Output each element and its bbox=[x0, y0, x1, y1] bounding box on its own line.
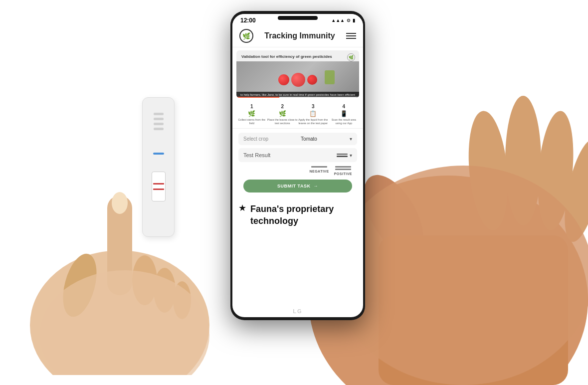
negative-choice[interactable]: NEGATIVE bbox=[309, 166, 329, 176]
phone-device: 12:00 ▲▲▲ ⊙ ▮ 🌿 Tracking Immunity bbox=[230, 11, 365, 320]
app-logo: 🌿 bbox=[239, 29, 253, 43]
submit-label: SUBMIT TASK bbox=[277, 184, 310, 189]
bottom-section: ★ Fauna's proprietary technology bbox=[232, 196, 363, 231]
menu-button[interactable] bbox=[346, 33, 356, 39]
svg-point-15 bbox=[112, 192, 128, 214]
slot-2 bbox=[154, 118, 164, 120]
video-logo-icon: 🌿 bbox=[347, 53, 355, 61]
step-4: 4 📱 Scan the result area using our App bbox=[329, 104, 360, 125]
test-result-field[interactable]: Test Result ▾ bbox=[238, 148, 357, 162]
wifi-icon: ⊙ bbox=[347, 18, 351, 23]
test-result-label: Test Result bbox=[243, 152, 270, 158]
positive-label: POSITIVE bbox=[334, 172, 352, 176]
strip-slots bbox=[154, 113, 164, 130]
video-title: Validation tool for efficiency of green … bbox=[241, 54, 332, 59]
negative-line-1 bbox=[311, 166, 327, 168]
positive-line-2 bbox=[335, 169, 351, 170]
step-1-icon: 🌿 bbox=[248, 110, 255, 117]
step-2: 2 🌿 Place the leaves close to test secti… bbox=[267, 104, 298, 125]
result-choices: NEGATIVE POSITIVE bbox=[238, 166, 357, 176]
phone-brand-logo: LG bbox=[293, 308, 302, 314]
hamburger-line-1 bbox=[346, 33, 356, 34]
strip-body bbox=[142, 97, 175, 237]
step-3: 3 📋 Apply the liquid from the leaves on … bbox=[298, 104, 329, 125]
hamburger-line-3 bbox=[346, 38, 356, 39]
crop-field-label: Select crop bbox=[243, 136, 268, 142]
battery-icon: ▮ bbox=[353, 18, 355, 23]
step-4-num: 4 bbox=[342, 104, 345, 109]
signal-icon: ▲▲▲ bbox=[331, 18, 345, 23]
steps-section: 1 🌿 Collect stems from the field 2 🌿 Pla… bbox=[232, 101, 363, 129]
step-1-num: 1 bbox=[250, 104, 253, 109]
strip-red-line-1 bbox=[153, 183, 164, 185]
step-1-text: Collect stems from the field bbox=[236, 118, 267, 125]
left-hand bbox=[30, 136, 229, 385]
star-icon: ★ bbox=[238, 203, 246, 212]
logo-icon: 🌿 bbox=[242, 32, 250, 40]
video-section[interactable]: Validation tool for efficiency of green … bbox=[236, 50, 359, 98]
strip-result-window bbox=[152, 172, 166, 201]
step-4-text: Scan the result area using our App bbox=[329, 118, 360, 125]
step-2-icon: 🌿 bbox=[279, 110, 286, 117]
negative-label: NEGATIVE bbox=[309, 170, 329, 173]
step-2-num: 2 bbox=[281, 104, 284, 109]
negative-lines bbox=[311, 166, 327, 168]
line-1 bbox=[337, 154, 348, 155]
crop-dropdown-arrow[interactable]: ▾ bbox=[350, 136, 352, 142]
positive-lines bbox=[335, 166, 351, 170]
svg-point-7 bbox=[334, 166, 588, 385]
app-header: 🌿 Tracking Immunity bbox=[232, 26, 363, 47]
tagline-text: Fauna's proprietary technology bbox=[250, 203, 357, 227]
status-time: 12:00 bbox=[240, 17, 256, 24]
lines-icon bbox=[337, 154, 348, 157]
step-3-num: 3 bbox=[312, 104, 315, 109]
step-3-text: Apply the liquid from the leaves on the … bbox=[298, 118, 329, 125]
slot-3 bbox=[154, 123, 164, 125]
slot-4 bbox=[154, 128, 164, 130]
crop-field[interactable]: Select crop Tomato ▾ bbox=[238, 133, 357, 145]
submit-button[interactable]: SUBMIT TASK → bbox=[243, 180, 352, 192]
line-2 bbox=[337, 156, 348, 157]
phone-screen: 12:00 ▲▲▲ ⊙ ▮ 🌿 Tracking Immunity bbox=[232, 14, 363, 317]
video-progress-bar bbox=[236, 97, 359, 98]
positive-choice[interactable]: POSITIVE bbox=[334, 166, 352, 176]
positive-line-1 bbox=[335, 166, 351, 168]
test-result-dropdown-arrow[interactable]: ▾ bbox=[350, 153, 352, 158]
crop-field-value: Tomato bbox=[301, 136, 317, 142]
slot-1 bbox=[154, 113, 164, 115]
status-icons: ▲▲▲ ⊙ ▮ bbox=[331, 18, 355, 23]
step-4-icon: 📱 bbox=[340, 110, 348, 117]
strip-red-line-2 bbox=[153, 189, 164, 190]
submit-arrow-icon: → bbox=[313, 184, 318, 189]
strip-blue-line bbox=[153, 153, 164, 155]
test-strip-device bbox=[142, 97, 175, 232]
app-title: Tracking Immunity bbox=[253, 31, 346, 40]
form-section: Select crop Tomato ▾ Test Result ▾ bbox=[232, 129, 363, 196]
step-3-icon: 📋 bbox=[309, 110, 317, 117]
test-result-controls: ▾ bbox=[337, 153, 352, 158]
hamburger-line-2 bbox=[346, 35, 356, 36]
step-2-text: Place the leaves close to test sections bbox=[267, 118, 298, 125]
scene: 12:00 ▲▲▲ ⊙ ▮ 🌿 Tracking Immunity bbox=[0, 0, 588, 385]
step-1: 1 🌿 Collect stems from the field bbox=[236, 104, 267, 125]
